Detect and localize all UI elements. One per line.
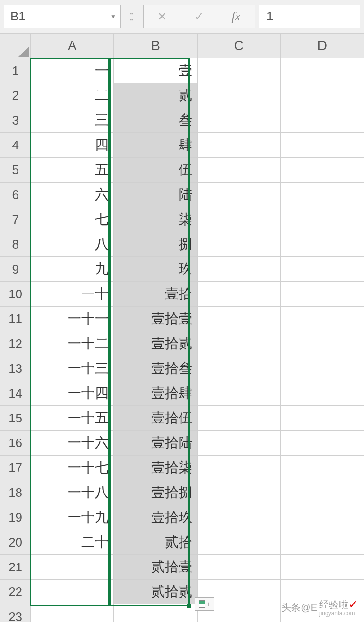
cell[interactable] — [197, 480, 280, 505]
column-header-b[interactable]: B — [114, 34, 197, 58]
row-header[interactable]: 9 — [0, 257, 31, 282]
row-header[interactable]: 17 — [0, 456, 31, 480]
enter-icon[interactable]: ✓ — [184, 10, 214, 23]
cell[interactable] — [197, 282, 280, 307]
cell[interactable]: 贰拾 — [114, 530, 197, 555]
cell[interactable] — [197, 331, 280, 356]
cell[interactable]: 柒 — [114, 207, 197, 232]
cell[interactable]: 壹拾叁 — [114, 356, 197, 381]
cell[interactable]: 一十二 — [31, 331, 114, 356]
cell[interactable] — [197, 232, 280, 257]
cell[interactable] — [280, 232, 364, 257]
cell[interactable] — [280, 133, 364, 158]
cell[interactable] — [280, 431, 364, 456]
row-header[interactable]: 11 — [0, 307, 31, 331]
cell[interactable]: 一十三 — [31, 356, 114, 381]
cell[interactable]: 一十五 — [31, 406, 114, 431]
cell[interactable] — [280, 158, 364, 183]
cell[interactable]: 贰拾贰 — [114, 580, 197, 604]
cell[interactable] — [197, 431, 280, 456]
cell[interactable]: 壹拾 — [114, 282, 197, 307]
cell[interactable] — [280, 257, 364, 282]
cell[interactable] — [197, 58, 280, 83]
formula-input[interactable]: 1 — [259, 5, 360, 28]
cell[interactable]: 一十六 — [31, 431, 114, 456]
row-header[interactable]: 6 — [0, 183, 31, 207]
cell[interactable] — [197, 83, 280, 108]
cell[interactable] — [280, 555, 364, 580]
row-header[interactable]: 18 — [0, 480, 31, 505]
row-header[interactable]: 21 — [0, 555, 31, 580]
cell[interactable]: 壹拾壹 — [114, 307, 197, 331]
cell[interactable]: 二 — [31, 83, 114, 108]
cell[interactable]: 伍 — [114, 158, 197, 183]
name-box[interactable]: B1 ▼ — [4, 5, 121, 28]
cell[interactable]: 贰 — [114, 83, 197, 108]
cell[interactable] — [280, 331, 364, 356]
row-header[interactable]: 19 — [0, 505, 31, 530]
cell[interactable] — [197, 381, 280, 406]
cell[interactable] — [114, 604, 197, 622]
cell[interactable]: 一十一 — [31, 307, 114, 331]
cell[interactable] — [197, 555, 280, 580]
cell[interactable]: 壹拾伍 — [114, 406, 197, 431]
cell[interactable] — [31, 580, 114, 604]
select-all-corner[interactable] — [0, 34, 31, 58]
cell[interactable]: 贰拾壹 — [114, 555, 197, 580]
cell[interactable]: 一 — [31, 58, 114, 83]
cell[interactable]: 一十八 — [31, 480, 114, 505]
cell[interactable] — [280, 406, 364, 431]
cell[interactable] — [197, 207, 280, 232]
row-header[interactable]: 15 — [0, 406, 31, 431]
cell[interactable]: 肆 — [114, 133, 197, 158]
cell[interactable]: 陆 — [114, 183, 197, 207]
row-header[interactable]: 10 — [0, 282, 31, 307]
cell[interactable]: 壹拾肆 — [114, 381, 197, 406]
cell[interactable] — [280, 505, 364, 530]
cell[interactable] — [280, 207, 364, 232]
cell[interactable]: 四 — [31, 133, 114, 158]
cell[interactable] — [280, 83, 364, 108]
row-header[interactable]: 1 — [0, 58, 31, 83]
cell[interactable] — [280, 356, 364, 381]
cell[interactable] — [197, 530, 280, 555]
cell[interactable] — [197, 505, 280, 530]
row-header[interactable]: 8 — [0, 232, 31, 257]
row-header[interactable]: 7 — [0, 207, 31, 232]
fill-handle[interactable] — [187, 604, 192, 608]
cell[interactable]: 壹拾玖 — [114, 505, 197, 530]
row-header[interactable]: 3 — [0, 108, 31, 133]
fx-icon[interactable]: fx — [221, 9, 251, 24]
cell[interactable]: 壹 — [114, 58, 197, 83]
cell[interactable] — [280, 456, 364, 480]
cell[interactable] — [197, 257, 280, 282]
cell[interactable] — [280, 58, 364, 83]
cell[interactable] — [280, 282, 364, 307]
cell[interactable]: 六 — [31, 183, 114, 207]
cell[interactable] — [197, 356, 280, 381]
cell[interactable]: 九 — [31, 257, 114, 282]
cell[interactable]: 一十 — [31, 282, 114, 307]
cell[interactable] — [197, 307, 280, 331]
cell[interactable]: 八 — [31, 232, 114, 257]
row-header[interactable]: 16 — [0, 431, 31, 456]
cell[interactable] — [31, 555, 114, 580]
cell[interactable]: 七 — [31, 207, 114, 232]
cell[interactable] — [197, 108, 280, 133]
column-header-d[interactable]: D — [280, 34, 364, 58]
cell[interactable]: 壹拾陆 — [114, 431, 197, 456]
cancel-icon[interactable]: ✕ — [147, 10, 177, 23]
row-header[interactable]: 5 — [0, 158, 31, 183]
cell[interactable]: 壹拾柒 — [114, 456, 197, 480]
column-header-a[interactable]: A — [31, 34, 114, 58]
row-header[interactable]: 23 — [0, 604, 31, 622]
cell[interactable] — [280, 530, 364, 555]
row-header[interactable]: 20 — [0, 530, 31, 555]
row-header[interactable]: 13 — [0, 356, 31, 381]
row-header[interactable]: 4 — [0, 133, 31, 158]
cell[interactable]: 叁 — [114, 108, 197, 133]
cell[interactable]: 壹拾捌 — [114, 480, 197, 505]
cell[interactable] — [197, 158, 280, 183]
cell[interactable]: 壹拾贰 — [114, 331, 197, 356]
cell[interactable]: 一十七 — [31, 456, 114, 480]
